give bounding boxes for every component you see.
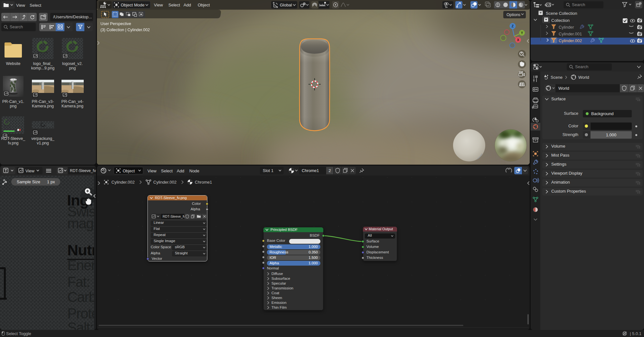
- svg-text:Swiss made: Swiss made: [4, 127, 11, 129]
- svg-text:RDT 03: RDT 03: [4, 124, 10, 126]
- svg-text:STUDIO: STUDIO: [70, 54, 75, 56]
- svg-text:MANA RIN: MANA RIN: [67, 51, 78, 53]
- svg-text:Object Mode: Object Mode: [121, 3, 145, 7]
- svg-text:Scene Collection: Scene Collection: [546, 11, 577, 16]
- svg-text:View: View: [154, 3, 163, 7]
- svg-text:Scene: Scene: [551, 75, 563, 80]
- svg-text:World: World: [578, 75, 589, 80]
- svg-text:Collection: Collection: [551, 18, 570, 23]
- svg-text:(3) Collection | Cylinder.002: (3) Collection | Cylinder.002: [100, 28, 150, 32]
- svg-text:Global: Global: [280, 3, 292, 7]
- svg-text:MANA RIN: MANA RIN: [38, 51, 48, 53]
- svg-text:Select: Select: [168, 3, 180, 7]
- svg-text:User Perspective: User Perspective: [100, 22, 131, 26]
- svg-text:Cylinder: Cylinder: [559, 25, 574, 30]
- svg-text:Add: Add: [184, 3, 191, 7]
- svg-text:Cylinder.002: Cylinder.002: [559, 38, 582, 43]
- svg-text:X: X: [517, 38, 519, 42]
- svg-text:Cylinder.001: Cylinder.001: [559, 32, 582, 36]
- svg-text:Y: Y: [521, 31, 523, 35]
- svg-text:Z: Z: [512, 24, 514, 28]
- svg-text:STUDIO: STUDIO: [40, 54, 45, 56]
- svg-text:Object: Object: [198, 3, 210, 7]
- svg-text:Options: Options: [507, 13, 520, 17]
